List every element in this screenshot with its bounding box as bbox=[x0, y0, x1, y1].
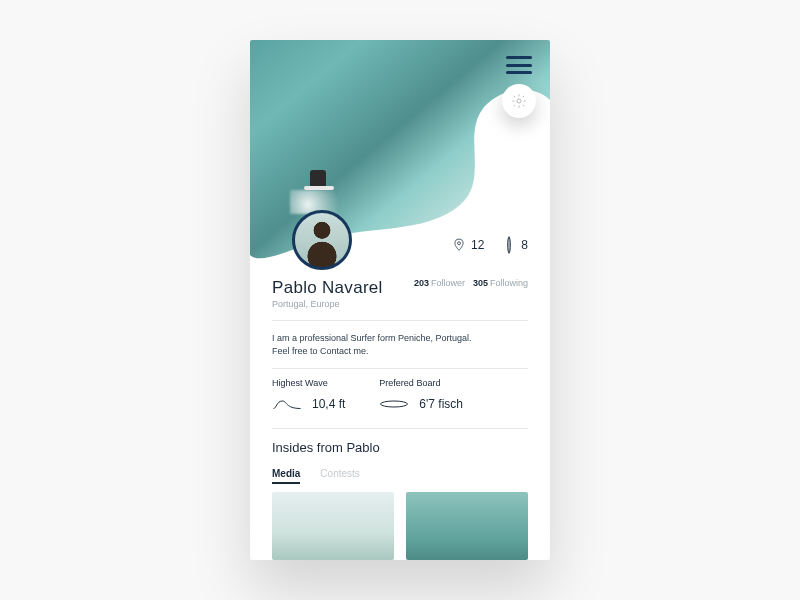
avatar[interactable] bbox=[292, 210, 352, 270]
media-thumb[interactable] bbox=[272, 492, 394, 560]
highest-wave-metric: Highest Wave 10,4 ft bbox=[272, 378, 345, 412]
divider bbox=[272, 428, 528, 429]
svg-point-1 bbox=[457, 242, 460, 245]
media-thumb[interactable] bbox=[406, 492, 528, 560]
menu-button[interactable] bbox=[506, 56, 532, 74]
metric-label: Highest Wave bbox=[272, 378, 345, 388]
following-label: Following bbox=[490, 278, 528, 288]
board-icon bbox=[379, 396, 409, 412]
wave-icon bbox=[272, 396, 302, 412]
spots-stat: 12 bbox=[452, 236, 484, 254]
following-count: 305 bbox=[473, 278, 488, 288]
section-title: Insides from Pablo bbox=[272, 440, 380, 455]
pin-icon bbox=[452, 236, 466, 254]
tab-contests[interactable]: Contests bbox=[320, 468, 359, 484]
divider bbox=[272, 368, 528, 369]
surfboard-icon bbox=[502, 236, 516, 254]
metric-value: 6'7 fisch bbox=[419, 397, 463, 411]
metrics-row: Highest Wave 10,4 ft Prefered Board 6'7 … bbox=[272, 378, 528, 412]
profile-location: Portugal, Europe bbox=[272, 299, 528, 309]
metric-value: 10,4 ft bbox=[312, 397, 345, 411]
media-gallery bbox=[272, 492, 528, 560]
svg-point-0 bbox=[517, 99, 521, 103]
divider bbox=[272, 320, 528, 321]
follow-stats: 203Follower 305Following bbox=[414, 278, 528, 288]
followers-label: Follower bbox=[431, 278, 465, 288]
followers-stat[interactable]: 203Follower bbox=[414, 278, 465, 288]
bio-line: I am a professional Surfer form Peniche,… bbox=[272, 332, 528, 345]
bio-line: Feel free to Contact me. bbox=[272, 345, 528, 358]
svg-point-3 bbox=[381, 401, 408, 407]
profile-card: 12 8 Pablo Navarel Portugal, Europe 203F… bbox=[250, 40, 550, 560]
gallery-tabs: Media Contests bbox=[272, 468, 360, 484]
prefered-board-metric: Prefered Board 6'7 fisch bbox=[379, 378, 463, 412]
following-stat[interactable]: 305Following bbox=[473, 278, 528, 288]
metric-label: Prefered Board bbox=[379, 378, 463, 388]
followers-count: 203 bbox=[414, 278, 429, 288]
surfer-figure bbox=[310, 170, 326, 188]
boards-stat: 8 bbox=[502, 236, 528, 254]
spots-count: 12 bbox=[471, 238, 484, 252]
boards-count: 8 bbox=[521, 238, 528, 252]
quick-stats: 12 8 bbox=[452, 236, 528, 254]
settings-button[interactable] bbox=[502, 84, 536, 118]
bio: I am a professional Surfer form Peniche,… bbox=[272, 332, 528, 358]
gear-icon bbox=[511, 93, 527, 109]
tab-media[interactable]: Media bbox=[272, 468, 300, 484]
